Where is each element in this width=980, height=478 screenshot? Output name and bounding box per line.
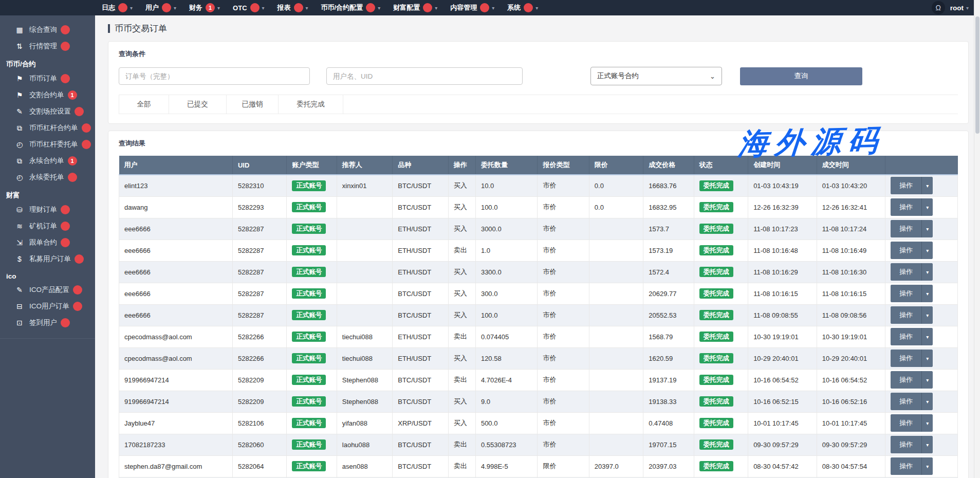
query-conditions-panel: 查询条件 正式账号合约 ⌄ 查询 全部 已提交 已撤销 委托完成 xyxy=(108,41,969,124)
action-button[interactable]: 操作 ▾ xyxy=(891,285,933,302)
nav-item-label: 报表 xyxy=(278,3,291,12)
chevron-down-icon[interactable]: ▾ xyxy=(921,263,933,281)
action-button[interactable]: 操作 ▾ xyxy=(891,371,933,389)
sidebar-item[interactable]: ⚑ 币币订单 xyxy=(0,70,95,87)
sidebar-item-label: 永续合约单 xyxy=(29,156,64,166)
action-button-label[interactable]: 操作 xyxy=(891,457,921,475)
chevron-down-icon[interactable]: ▾ xyxy=(921,177,933,194)
search-button[interactable]: 查询 xyxy=(740,67,862,85)
chevron-down-icon[interactable]: ▾ xyxy=(921,242,933,259)
cell-actions: 操作 ▾ xyxy=(885,175,958,196)
chevron-down-icon[interactable]: ▾ xyxy=(921,220,933,237)
sidebar-item[interactable]: ⊡ 签到用户 xyxy=(0,315,95,331)
filter-tab[interactable]: 全部 xyxy=(119,95,169,114)
sidebar-item[interactable]: ⊟ ICO用户订单 xyxy=(0,298,95,315)
sidebar-item[interactable]: ◴ 币币杠杆委托单 xyxy=(0,136,95,153)
account-type-select[interactable]: 正式账号合约 ⌄ xyxy=(590,67,722,85)
action-button[interactable]: 操作 ▾ xyxy=(891,263,933,281)
cell-quote-type: 市价 xyxy=(538,196,589,218)
action-button[interactable]: 操作 ▾ xyxy=(891,328,933,345)
sidebar-item[interactable]: ⧉ 币币杠杆合约单 xyxy=(0,120,95,136)
scrollbar-thumb[interactable] xyxy=(975,16,979,134)
cell-referrer xyxy=(337,196,392,218)
action-button-label[interactable]: 操作 xyxy=(891,198,921,216)
cell-deal-price: 16683.76 xyxy=(643,175,694,196)
support-avatar-button[interactable]: Ω xyxy=(932,1,945,14)
action-button[interactable]: 操作 ▾ xyxy=(891,393,933,410)
cell-referrer xyxy=(337,218,392,240)
nav-menu-item[interactable]: 财富配置 ▾ xyxy=(393,3,437,12)
table-row: elint123 5282310 正式账号 xinxin01 BTC/USDT … xyxy=(119,175,958,196)
sidebar-item[interactable]: ⧉ 永续合约单 1 xyxy=(0,153,95,169)
nav-menu-item[interactable]: 报表 ▾ xyxy=(278,3,308,12)
filter-tab[interactable]: 已提交 xyxy=(169,95,227,114)
action-button-label[interactable]: 操作 xyxy=(891,328,921,345)
filter-tab[interactable]: 已撤销 xyxy=(227,95,279,114)
action-button[interactable]: 操作 ▾ xyxy=(891,350,933,367)
action-button[interactable]: 操作 ▾ xyxy=(891,198,933,216)
column-header: 推荐人 xyxy=(337,156,392,175)
chevron-down-icon[interactable]: ▾ xyxy=(921,285,933,302)
account-type-select-value: 正式账号合约 xyxy=(597,71,639,81)
nav-menu-item[interactable]: OTC ▾ xyxy=(233,3,264,12)
chevron-down-icon[interactable]: ▾ xyxy=(921,393,933,410)
username-uid-input[interactable] xyxy=(326,67,523,85)
action-button-label[interactable]: 操作 xyxy=(891,285,921,302)
action-button-label[interactable]: 操作 xyxy=(891,414,921,432)
filter-tab[interactable]: 委托完成 xyxy=(279,95,343,114)
results-panel-title: 查询结果 xyxy=(119,139,958,148)
chevron-down-icon[interactable]: ▾ xyxy=(921,198,933,216)
action-button[interactable]: 操作 ▾ xyxy=(891,220,933,237)
action-button[interactable]: 操作 ▾ xyxy=(891,414,933,432)
notification-badge: 1 xyxy=(68,90,77,100)
doc-edit-icon: ✎ xyxy=(14,286,25,294)
copy-icon: ⧉ xyxy=(14,124,25,133)
sidebar-item[interactable]: ⛁ 理财订单 xyxy=(0,201,95,218)
sidebar-item[interactable]: ◴ 永续委托单 xyxy=(0,169,95,186)
cell-referrer xyxy=(337,261,392,283)
action-button-label[interactable]: 操作 xyxy=(891,306,921,324)
nav-menu-item[interactable]: 币币/合约配置 ▾ xyxy=(321,3,381,12)
user-menu[interactable]: root ▾ xyxy=(950,4,969,12)
cell-created-time: 11-08 10:16:15 xyxy=(748,283,817,304)
chevron-down-icon[interactable]: ▾ xyxy=(921,371,933,389)
action-button[interactable]: 操作 ▾ xyxy=(891,177,933,194)
order-number-input[interactable] xyxy=(119,67,310,85)
action-button-label[interactable]: 操作 xyxy=(891,177,921,194)
nav-menu-item[interactable]: 系统 ▾ xyxy=(507,3,538,12)
table-row: cpecodmass@aol.com 5282266 正式账号 tiechui0… xyxy=(119,347,958,369)
chevron-down-icon[interactable]: ▾ xyxy=(921,328,933,345)
cell-amount: 9.0 xyxy=(475,391,538,412)
action-button-label[interactable]: 操作 xyxy=(891,350,921,367)
action-button-label[interactable]: 操作 xyxy=(891,220,921,237)
sidebar-item[interactable]: ▦ 综合查询 xyxy=(0,22,95,38)
nav-menu-item[interactable]: 日志 ▾ xyxy=(102,3,133,12)
action-button[interactable]: 操作 ▾ xyxy=(891,242,933,259)
action-button-label[interactable]: 操作 xyxy=(891,371,921,389)
action-button-label[interactable]: 操作 xyxy=(891,263,921,281)
action-button[interactable]: 操作 ▾ xyxy=(891,436,933,453)
action-button-label[interactable]: 操作 xyxy=(891,393,921,410)
action-button[interactable]: 操作 ▾ xyxy=(891,457,933,475)
action-button[interactable]: 操作 ▾ xyxy=(891,306,933,324)
status-filter-tabs: 全部 已提交 已撤销 委托完成 xyxy=(119,95,958,114)
action-button-label[interactable]: 操作 xyxy=(891,436,921,453)
sidebar-item[interactable]: ≋ 矿机订单 xyxy=(0,218,95,234)
chevron-down-icon[interactable]: ▾ xyxy=(921,350,933,367)
nav-menu-item[interactable]: 财务 1 ▾ xyxy=(189,3,220,12)
chevron-down-icon[interactable]: ▾ xyxy=(921,457,933,475)
sidebar-item[interactable]: ⇅ 行情管理 xyxy=(0,38,95,54)
sidebar-item[interactable]: ⇲ 跟单合约 xyxy=(0,234,95,251)
cell-uid: 5282266 xyxy=(232,326,286,347)
action-button-label[interactable]: 操作 xyxy=(891,242,921,259)
chevron-down-icon[interactable]: ▾ xyxy=(921,414,933,432)
chevron-down-icon[interactable]: ▾ xyxy=(921,306,933,324)
nav-menu-item[interactable]: 内容管理 ▾ xyxy=(450,3,494,12)
nav-menu-item[interactable]: 用户 ▾ xyxy=(145,3,176,12)
sidebar-item[interactable]: $ 私募用户订单 xyxy=(0,251,95,267)
sidebar-item[interactable]: ✎ ICO产品配置 xyxy=(0,282,95,298)
sidebar-item[interactable]: ⚑ 交割合约单 1 xyxy=(0,87,95,103)
page-scrollbar[interactable] xyxy=(974,0,980,478)
sidebar-item[interactable]: ✎ 交割场控设置 xyxy=(0,103,95,120)
chevron-down-icon[interactable]: ▾ xyxy=(921,436,933,453)
